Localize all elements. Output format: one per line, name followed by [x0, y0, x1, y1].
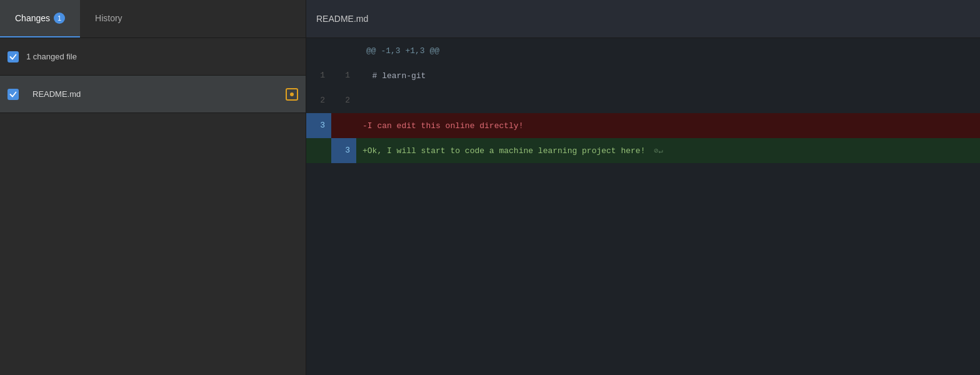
line-num-old-3: 3 [306, 113, 331, 138]
changed-files-row: 1 changed file [0, 38, 306, 76]
diff-line-3-added: 3 +Ok, I will start to code a machine le… [306, 138, 980, 163]
changed-files-label: 1 changed file [26, 52, 77, 61]
right-panel: README.md @@ -1,3 +1,3 @@ 1 1 # learn-gi… [306, 0, 980, 375]
line-num-old-2: 2 [306, 88, 331, 113]
tab-history[interactable]: History [80, 0, 138, 38]
end-icons: ⊘↵ [654, 146, 662, 156]
tab-changes-badge: 1 [54, 12, 65, 24]
left-panel: Changes 1 History 1 changed file README.… [0, 0, 306, 375]
diff-filename: README.md [316, 14, 368, 24]
diff-line-3-removed: 3 -I can edit this online directly! [306, 113, 980, 138]
line-num-old-1: 1 [306, 63, 331, 88]
select-all-checkbox[interactable] [8, 51, 19, 62]
diff-line-1: 1 1 # learn-git [306, 63, 980, 88]
tabs: Changes 1 History [0, 0, 306, 38]
line-num-new-3-removed [331, 113, 356, 138]
diff-line-content-1: # learn-git [356, 63, 980, 88]
tab-changes-label: Changes [15, 13, 50, 23]
tab-changes[interactable]: Changes 1 [0, 0, 80, 38]
hunk-info: @@ -1,3 +1,3 @@ [356, 46, 439, 56]
line-num-old-3-added [306, 138, 331, 163]
file-name: README.md [32, 89, 286, 99]
diff-header: README.md [306, 0, 980, 38]
file-modified-badge [286, 88, 298, 101]
tab-history-label: History [95, 13, 122, 23]
diff-content: @@ -1,3 +1,3 @@ 1 1 # learn-git 2 2 3 -I… [306, 38, 980, 375]
diff-line-content-3-added: +Ok, I will start to code a machine lear… [356, 138, 980, 163]
diff-line-2: 2 2 [306, 88, 980, 113]
line-num-new-1: 1 [331, 63, 356, 88]
file-row-readme[interactable]: README.md [0, 76, 306, 113]
line-num-new-3-added: 3 [331, 138, 356, 163]
hunk-header-row: @@ -1,3 +1,3 @@ [306, 38, 980, 63]
diff-line-content-2 [356, 88, 980, 113]
diff-line-content-3-removed: -I can edit this online directly! [356, 113, 980, 138]
checkmark-icon [9, 53, 17, 61]
line-num-new-2: 2 [331, 88, 356, 113]
file-checkbox[interactable] [8, 89, 19, 100]
file-checkmark-icon [9, 91, 17, 98]
